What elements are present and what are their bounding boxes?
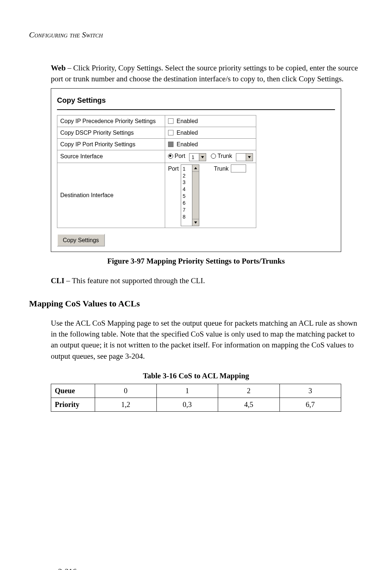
figure-caption: Figure 3-97 Mapping Priority Settings to… xyxy=(29,256,363,266)
checkbox-dscp[interactable] xyxy=(168,130,173,135)
checkbox-label-dscp: Enabled xyxy=(176,130,198,136)
table-row: Queue 0 1 2 3 xyxy=(51,384,341,398)
cos-mapping-table: Queue 0 1 2 3 Priority 1,2 0,3 4,5 6,7 xyxy=(51,384,341,412)
copy-settings-button[interactable]: Copy Settings xyxy=(57,234,105,247)
table-cell: 0 xyxy=(95,384,157,398)
scroll-up-icon[interactable] xyxy=(192,165,199,172)
label-destination-interface: Destination Interface xyxy=(57,163,165,228)
dest-port-items[interactable]: 1 2 3 4 5 6 7 8 xyxy=(181,165,192,226)
row-source-interface: Source Interface Port 1 Trunk xyxy=(57,150,256,163)
row-destination-interface: Destination Interface Port 1 2 3 4 xyxy=(57,163,256,228)
dest-trunk-listbox[interactable] xyxy=(231,164,246,172)
table-cell: 4,5 xyxy=(218,398,280,411)
table-row: Priority 1,2 0,3 4,5 6,7 xyxy=(51,398,341,411)
page-number: 3-216 xyxy=(58,566,77,570)
checkbox-label-ip-precedence: Enabled xyxy=(176,118,198,124)
row-ip-port: Copy IP Port Priority Settings Enabled xyxy=(57,139,256,150)
table-cell: 2 xyxy=(218,384,280,398)
table-cell: 3 xyxy=(279,384,341,398)
intro-text: – Click Priority, Copy Settings. Select … xyxy=(51,64,358,83)
radio-port-wrap[interactable]: Port xyxy=(168,152,185,160)
scrollbar[interactable] xyxy=(192,165,199,226)
label-ip-precedence: Copy IP Precedence Priority Settings xyxy=(57,115,165,127)
table-cell: 1,2 xyxy=(95,398,157,411)
chevron-down-icon[interactable] xyxy=(246,154,253,161)
section-heading: Mapping CoS Values to ACLs xyxy=(29,297,363,310)
checkbox-ip-port[interactable] xyxy=(168,142,173,147)
trunk-dropdown[interactable] xyxy=(236,153,253,161)
cli-lead: CLI xyxy=(51,276,64,285)
dest-port-listbox[interactable]: 1 2 3 4 5 6 7 8 xyxy=(181,164,199,226)
row-header-priority: Priority xyxy=(51,398,95,411)
label-dscp: Copy DSCP Priority Settings xyxy=(57,127,165,138)
row-dscp: Copy DSCP Priority Settings Enabled xyxy=(57,127,256,138)
checkbox-ip-precedence[interactable] xyxy=(168,118,173,124)
port-dropdown-value: 1 xyxy=(189,154,199,161)
radio-port[interactable] xyxy=(168,154,173,159)
radio-port-label: Port xyxy=(175,152,185,160)
divider xyxy=(57,109,335,110)
label-ip-port: Copy IP Port Priority Settings xyxy=(57,139,165,150)
copy-settings-panel: Copy Settings Copy IP Precedence Priorit… xyxy=(51,88,341,252)
panel-title: Copy Settings xyxy=(57,95,335,106)
intro-lead: Web xyxy=(51,64,66,72)
list-item[interactable]: 7 xyxy=(183,207,191,213)
list-item[interactable]: 6 xyxy=(183,200,191,207)
chevron-down-icon[interactable] xyxy=(199,154,206,161)
list-item[interactable]: 4 xyxy=(183,186,191,193)
dest-port-label: Port xyxy=(168,164,179,173)
dest-trunk-column: Trunk xyxy=(214,164,246,226)
radio-trunk-wrap[interactable]: Trunk xyxy=(211,152,232,160)
radio-trunk-label: Trunk xyxy=(217,152,232,160)
cli-text: – This feature not supported through the… xyxy=(64,276,205,285)
dest-trunk-label: Trunk xyxy=(214,164,228,173)
row-header-queue: Queue xyxy=(51,384,95,398)
label-source-interface: Source Interface xyxy=(57,150,165,163)
table-cell: 6,7 xyxy=(279,398,341,411)
cli-paragraph: CLI – This feature not supported through… xyxy=(51,275,363,286)
port-dropdown[interactable]: 1 xyxy=(189,153,206,161)
settings-table: Copy IP Precedence Priority Settings Ena… xyxy=(57,115,256,228)
list-item[interactable]: 2 xyxy=(183,172,191,179)
dest-port-column: Port 1 2 3 4 5 6 7 8 xyxy=(168,164,199,226)
intro-paragraph: Web – Click Priority, Copy Settings. Sel… xyxy=(51,62,363,85)
table-caption: Table 3-16 CoS to ACL Mapping xyxy=(29,370,363,381)
checkbox-label-ip-port: Enabled xyxy=(176,141,198,147)
list-item[interactable]: 5 xyxy=(183,193,191,200)
running-header: Configuring the Switch xyxy=(29,29,363,41)
radio-trunk[interactable] xyxy=(211,154,216,159)
section-body: Use the ACL CoS Mapping page to set the … xyxy=(51,318,363,362)
table-cell: 1 xyxy=(156,384,218,398)
row-ip-precedence: Copy IP Precedence Priority Settings Ena… xyxy=(57,115,256,127)
list-item[interactable]: 1 xyxy=(183,166,191,172)
trunk-dropdown-value xyxy=(236,154,246,161)
list-item[interactable]: 8 xyxy=(183,213,191,220)
table-cell: 0,3 xyxy=(156,398,218,411)
scroll-down-icon[interactable] xyxy=(192,219,199,226)
list-item[interactable]: 3 xyxy=(183,179,191,186)
